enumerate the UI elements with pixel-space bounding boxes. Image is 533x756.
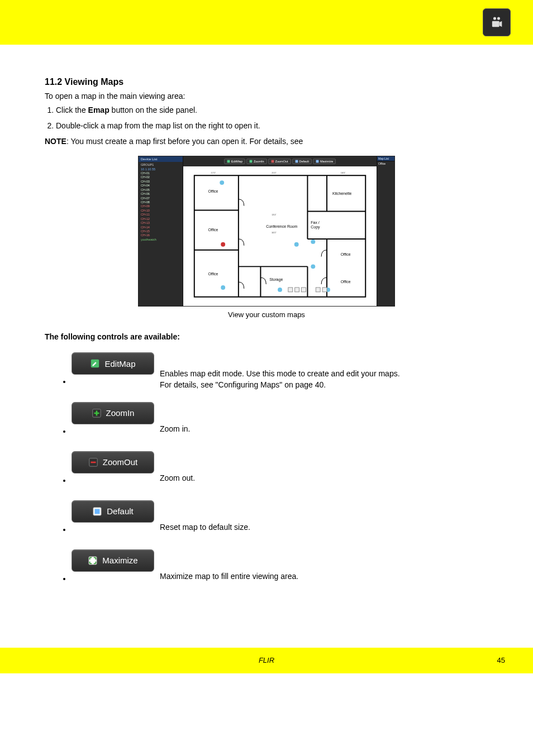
device-node: youthwatch (141, 238, 180, 242)
page-number: 45 (472, 656, 505, 664)
svg-rect-2 (492, 21, 499, 27)
channel: CH-03 (141, 180, 180, 184)
svg-rect-7 (316, 160, 319, 163)
svg-rect-45 (316, 288, 320, 292)
toolbar-label: Default (299, 160, 309, 163)
toolbar-zoomout[interactable]: ZoomOut (268, 159, 291, 164)
control-zoomout: ZoomOut Zoom out. (72, 467, 488, 489)
controls-heading: The following controls are available: (45, 332, 488, 341)
control-desc: Zoom in. (160, 423, 190, 434)
svg-text:Office: Office (208, 228, 218, 232)
toolbar-label: ZoomOut (275, 160, 288, 163)
svg-point-30 (221, 242, 225, 247)
map-list-item[interactable]: Office (377, 161, 394, 166)
svg-point-34 (221, 285, 225, 290)
map-screenshot: Device List GROUP1 10.1.10.55 CH-01 CH-0… (138, 156, 395, 307)
edit-icon (227, 160, 230, 163)
btn-label: ZoomIn (106, 408, 135, 418)
control-zoomin: ZoomIn Zoom in. (72, 418, 488, 440)
svg-point-0 (493, 17, 496, 20)
btn-label: Default (107, 506, 134, 516)
svg-point-33 (311, 265, 315, 269)
channel: CH-15 (141, 229, 180, 233)
svg-rect-6 (295, 160, 298, 163)
channel: CH-04 (141, 184, 180, 188)
svg-point-31 (294, 242, 299, 247)
step1-b: button on the side panel. (110, 106, 197, 114)
maximize-icon (316, 160, 319, 163)
channel: CH-09 (141, 204, 180, 208)
svg-rect-4 (250, 160, 253, 163)
default-icon (295, 160, 298, 163)
zoomout-button[interactable]: ZoomOut (72, 451, 154, 473)
btn-label: ZoomOut (103, 457, 138, 467)
camera-icon (483, 8, 511, 36)
step1-a: Click the (56, 106, 88, 114)
control-desc: Maximize map to fill entire viewing area… (160, 571, 298, 582)
maximize-icon (88, 556, 98, 566)
note-line: NOTE: You must create a map first before… (45, 137, 488, 146)
svg-rect-44 (302, 288, 306, 292)
map-toolbar: EditMap ZoomIn ZoomOut Default Maximize (183, 156, 377, 166)
svg-text:Office: Office (208, 272, 218, 276)
control-maximize: Maximize Maximize map to fill entire vie… (72, 565, 488, 587)
maximize-button[interactable]: Maximize (72, 549, 154, 572)
emap-button-ref: Emap (88, 106, 110, 114)
group-node: GROUP1 (141, 163, 180, 167)
section-number: 11.2 (45, 77, 65, 87)
intro-text: To open a map in the main viewing area: (45, 92, 488, 101)
svg-text:34'0": 34'0" (272, 231, 277, 234)
device-ip: 10.1.10.55 (141, 168, 180, 171)
toolbar-default[interactable]: Default (292, 159, 312, 164)
map-canvas[interactable]: Office Office Office Conference Room Kit… (183, 166, 377, 306)
svg-rect-46 (322, 288, 327, 292)
device-tree: GROUP1 10.1.10.55 CH-01 CH-02 CH-03 CH-0… (139, 162, 183, 243)
btn-label: EditMap (104, 359, 135, 369)
svg-text:Storage: Storage (269, 277, 283, 282)
svg-text:Office: Office (208, 189, 218, 193)
svg-rect-3 (227, 160, 230, 163)
section-heading: 11.2 Viewing Maps (45, 77, 488, 87)
zoom-out-icon (271, 160, 274, 163)
toolbar-editmap[interactable]: EditMap (224, 159, 245, 164)
zoom-out-icon (88, 457, 98, 467)
svg-point-1 (497, 17, 500, 20)
editmap-button[interactable]: EditMap (72, 352, 154, 375)
edit-icon (90, 358, 100, 369)
control-default: Default Reset map to default size. (72, 516, 488, 538)
page-header-bar (0, 0, 533, 45)
zoom-in-icon (92, 408, 102, 418)
channel: CH-12 (141, 217, 180, 221)
control-editmap: EditMap Enables map edit mode. Use this … (72, 368, 488, 391)
toolbar-zoomin[interactable]: ZoomIn (246, 159, 267, 164)
svg-rect-42 (288, 288, 293, 292)
note-label: NOTE (45, 137, 66, 146)
channel: CH-06 (141, 192, 180, 196)
svg-text:Kitchenette: Kitchenette (332, 192, 352, 195)
toolbar-label: ZoomIn (254, 160, 264, 163)
channel: CH-13 (141, 221, 180, 225)
svg-text:Office: Office (341, 280, 351, 284)
svg-text:18'0": 18'0" (341, 171, 346, 174)
channel: CH-05 (141, 188, 180, 192)
map-list-header: Map List (377, 156, 394, 161)
svg-point-32 (311, 240, 315, 244)
zoomin-button[interactable]: ZoomIn (72, 402, 154, 424)
svg-rect-5 (271, 160, 274, 163)
map-figure: Device List GROUP1 10.1.10.55 CH-01 CH-0… (45, 156, 488, 319)
svg-text:Conference Room: Conference Room (266, 224, 297, 228)
control-desc: Reset map to default size. (160, 521, 250, 533)
channel: CH-07 (141, 197, 180, 200)
device-list-header: Device List (139, 156, 183, 162)
footer-brand: FLIR (61, 656, 472, 664)
svg-point-29 (220, 180, 224, 185)
default-button[interactable]: Default (72, 500, 154, 523)
section-title: Viewing Maps (65, 77, 124, 87)
svg-text:25'0": 25'0" (272, 171, 277, 174)
toolbar-label: Maximize (320, 160, 333, 163)
toolbar-maximize[interactable]: Maximize (313, 159, 336, 164)
channel: CH-11 (141, 213, 180, 217)
svg-text:17'0": 17'0" (211, 171, 216, 174)
step-1: Click the Emap button on the side panel. (56, 105, 488, 116)
btn-label: Maximize (102, 556, 137, 565)
